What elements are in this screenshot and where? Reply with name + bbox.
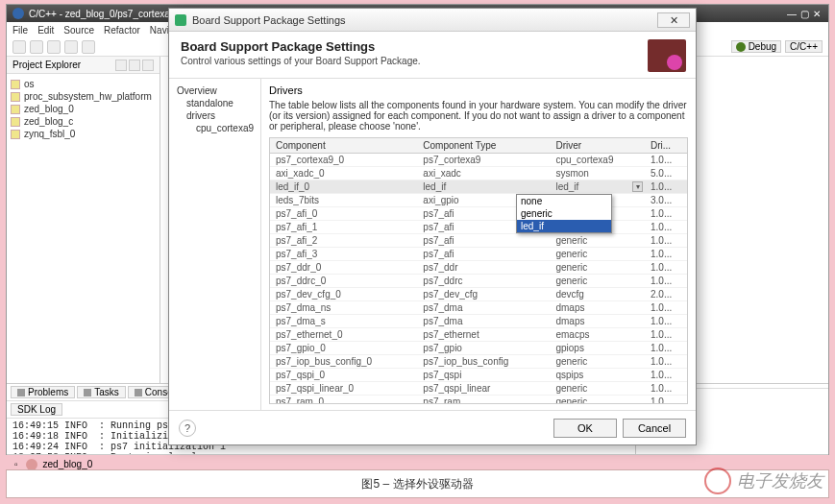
cpp-perspective-button[interactable]: C/C++: [785, 40, 823, 53]
dd-option-none[interactable]: none: [517, 195, 611, 207]
table-row[interactable]: ps7_ddr_0ps7_ddrgeneric1.0...: [270, 261, 687, 275]
nav-overview[interactable]: Overview: [175, 84, 255, 97]
project-explorer-tree[interactable]: osproc_subsystem_hw_platformzed_blog_0ze…: [7, 74, 160, 144]
driver-version-cell[interactable]: 1.0...: [645, 328, 687, 342]
table-row[interactable]: ps7_ethernet_0ps7_ethernetemacps1.0...: [270, 328, 687, 342]
dialog-close-button[interactable]: ✕: [657, 12, 690, 28]
pe-menu-icon[interactable]: [142, 60, 154, 71]
nav-cpu[interactable]: cpu_cortexa9: [175, 122, 255, 134]
project-tree-item[interactable]: os: [11, 78, 156, 90]
driver-cell[interactable]: gpiops: [550, 342, 645, 355]
table-row[interactable]: ps7_ddrc_0ps7_ddrcgeneric1.0...: [270, 275, 687, 288]
table-row[interactable]: axi_xadc_0axi_xadcsysmon5.0...: [270, 167, 687, 180]
table-row[interactable]: ps7_qspi_linear_0ps7_qspi_lineargeneric1…: [270, 382, 687, 396]
project-tree-item[interactable]: proc_subsystem_hw_platform: [11, 90, 156, 103]
table-row[interactable]: ps7_dma_sps7_dmadmaps1.0...: [270, 315, 687, 328]
toolbar-new-icon[interactable]: [12, 40, 26, 54]
driver-cell[interactable]: emacps: [550, 328, 645, 342]
table-row[interactable]: ps7_afi_2ps7_afigeneric1.0...: [270, 234, 687, 248]
tab-problems[interactable]: Problems: [11, 386, 75, 398]
table-row[interactable]: ps7_dev_cfg_0ps7_dev_cfgdevcfg2.0...: [270, 288, 687, 301]
menu-edit[interactable]: Edit: [37, 25, 54, 36]
col-component-type[interactable]: Component Type: [417, 138, 550, 154]
toolbar-save-icon[interactable]: [30, 40, 43, 54]
table-row[interactable]: led_if_0led_ifled_if▾1.0...: [270, 180, 687, 194]
project-tree-item[interactable]: zynq_fsbl_0: [11, 128, 156, 140]
toolbar-run-icon[interactable]: [82, 40, 95, 54]
driver-version-cell[interactable]: 1.0...: [645, 396, 687, 405]
table-row[interactable]: ps7_iop_bus_config_0ps7_iop_bus_configge…: [270, 355, 687, 369]
dd-option-generic[interactable]: generic: [517, 207, 611, 220]
cancel-button[interactable]: Cancel: [623, 419, 686, 438]
table-row[interactable]: ps7_cortexa9_0ps7_cortexa9cpu_cortexa91.…: [270, 154, 687, 167]
close-button[interactable]: ✕: [813, 9, 821, 19]
driver-cell[interactable]: generic: [550, 234, 645, 248]
driver-cell[interactable]: generic: [550, 261, 645, 275]
table-row[interactable]: ps7_qspi_0ps7_qspiqspips1.0...: [270, 369, 687, 382]
driver-version-cell[interactable]: 1.0...: [645, 342, 687, 355]
table-row[interactable]: leds_7bitsaxi_gpionone3.0...: [270, 194, 687, 207]
driver-version-cell[interactable]: 3.0...: [645, 194, 687, 207]
dd-option-led-if[interactable]: led_if: [517, 220, 611, 232]
driver-cell[interactable]: devcfg: [550, 288, 645, 301]
driver-cell[interactable]: dmaps: [550, 315, 645, 328]
table-row[interactable]: ps7_ram_0ps7_ramgeneric1.0...: [270, 396, 687, 405]
ok-button[interactable]: OK: [553, 419, 617, 438]
driver-cell[interactable]: qspips: [550, 369, 645, 382]
pe-collapse-icon[interactable]: [115, 60, 127, 71]
table-row[interactable]: ps7_afi_3ps7_afigeneric1.0...: [270, 248, 687, 261]
help-button[interactable]: ?: [179, 420, 196, 437]
debug-perspective-button[interactable]: Debug: [731, 40, 781, 53]
col-driver[interactable]: Driver: [550, 138, 645, 154]
project-explorer-tab[interactable]: Project Explorer: [7, 57, 160, 74]
driver-version-cell[interactable]: 1.0...: [645, 355, 687, 369]
driver-version-cell[interactable]: 1.0...: [645, 301, 687, 315]
driver-version-cell[interactable]: 1.0...: [645, 261, 687, 275]
driver-cell[interactable]: generic: [550, 355, 645, 369]
driver-cell-selected[interactable]: led_if▾: [550, 180, 645, 194]
driver-version-cell[interactable]: 5.0...: [645, 167, 687, 180]
driver-version-cell[interactable]: 1.0...: [645, 234, 687, 248]
menu-file[interactable]: File: [12, 25, 28, 36]
table-row[interactable]: ps7_afi_0ps7_afigeneric1.0...: [270, 207, 687, 221]
driver-cell[interactable]: generic: [550, 248, 645, 261]
driver-version-cell[interactable]: 1.0...: [645, 315, 687, 328]
tab-tasks[interactable]: Tasks: [77, 386, 126, 398]
driver-dropdown-menu[interactable]: none generic led_if: [516, 194, 612, 233]
driver-cell[interactable]: sysmon: [550, 167, 645, 180]
project-tree-item[interactable]: zed_blog_c: [11, 115, 156, 128]
driver-version-cell[interactable]: 2.0...: [645, 288, 687, 301]
driver-cell[interactable]: generic: [550, 382, 645, 396]
driver-cell[interactable]: generic: [550, 396, 645, 405]
driver-version-cell[interactable]: 1.0...: [645, 382, 687, 396]
toolbar-build-icon[interactable]: [47, 40, 61, 54]
pe-link-icon[interactable]: [129, 60, 140, 71]
table-row[interactable]: ps7_gpio_0ps7_gpiogpiops1.0...: [270, 342, 687, 355]
tab-sdk-log[interactable]: SDK Log: [11, 403, 62, 416]
chevron-down-icon[interactable]: ▾: [632, 181, 643, 192]
driver-version-cell[interactable]: 1.0...: [645, 275, 687, 288]
toolbar-debug-icon[interactable]: [64, 40, 78, 54]
driver-version-cell[interactable]: 1.0...: [645, 154, 687, 167]
driver-version-cell[interactable]: 1.0...: [645, 180, 687, 194]
driver-version-cell[interactable]: 1.0...: [645, 369, 687, 382]
minimize-button[interactable]: —: [787, 9, 797, 19]
driver-cell[interactable]: dmaps: [550, 301, 645, 315]
maximize-button[interactable]: ▢: [800, 9, 809, 19]
table-row[interactable]: ps7_afi_1ps7_afiled_if1.0...: [270, 221, 687, 234]
nav-standalone[interactable]: standalone: [175, 97, 255, 109]
nav-drivers[interactable]: drivers: [175, 109, 255, 122]
dialog-titlebar[interactable]: Board Support Package Settings ✕: [169, 9, 696, 32]
col-driver-version[interactable]: Dri...: [645, 138, 687, 154]
menu-source[interactable]: Source: [63, 25, 94, 36]
driver-version-cell[interactable]: 1.0...: [645, 221, 687, 234]
driver-version-cell[interactable]: 1.0...: [645, 248, 687, 261]
menu-refactor[interactable]: Refactor: [104, 25, 140, 36]
driver-cell[interactable]: cpu_cortexa9: [550, 154, 645, 167]
driver-version-cell[interactable]: 1.0...: [645, 207, 687, 221]
table-row[interactable]: ps7_dma_nsps7_dmadmaps1.0...: [270, 301, 687, 315]
driver-cell[interactable]: generic: [550, 275, 645, 288]
drivers-table-wrap[interactable]: Component Component Type Driver Dri... p…: [269, 137, 688, 404]
col-component[interactable]: Component: [270, 138, 417, 154]
project-tree-item[interactable]: zed_blog_0: [11, 103, 156, 115]
